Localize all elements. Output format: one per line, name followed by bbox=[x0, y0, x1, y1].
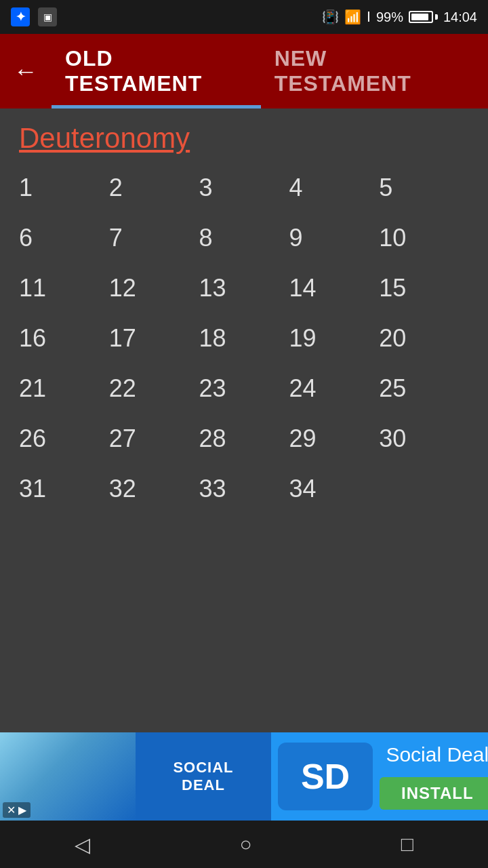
ad-right: Social Deal INSTALL bbox=[380, 743, 488, 810]
chapter-15[interactable]: 15 bbox=[379, 274, 469, 302]
chapter-29[interactable]: 29 bbox=[289, 425, 379, 453]
back-button[interactable]: ← bbox=[14, 59, 38, 83]
ad-sd-logo: SD bbox=[278, 743, 373, 810]
battery-icon bbox=[409, 11, 438, 23]
header: ← OLD TESTAMENT NEW TESTAMENT bbox=[0, 34, 488, 108]
chapter-25[interactable]: 25 bbox=[379, 374, 469, 403]
chapter-11[interactable]: 11 bbox=[19, 274, 109, 302]
chapter-10[interactable]: 10 bbox=[379, 224, 469, 252]
status-bar-left: ✦ ▣ bbox=[11, 7, 57, 26]
bottom-navigation: ◁ ○ □ bbox=[0, 821, 488, 868]
chapter-14[interactable]: 14 bbox=[289, 274, 379, 302]
chapter-9[interactable]: 9 bbox=[289, 224, 379, 252]
chapter-24[interactable]: 24 bbox=[289, 374, 379, 403]
tab-old-testament[interactable]: OLD TESTAMENT bbox=[52, 46, 261, 108]
vibrate-icon: 📳 bbox=[322, 9, 339, 25]
chapter-16[interactable]: 16 bbox=[19, 324, 109, 353]
chapter-19[interactable]: 19 bbox=[289, 324, 379, 353]
app-icon: ▣ bbox=[38, 7, 57, 26]
ad-image: ✕ ▶ bbox=[0, 732, 136, 821]
ad-deal-text: DEAL bbox=[182, 776, 225, 794]
time-display: 14:04 bbox=[443, 9, 477, 25]
tab-new-testament[interactable]: NEW TESTAMENT bbox=[261, 46, 474, 108]
ad-banner[interactable]: ✕ ▶ SOCIAL DEAL SD Social Deal INSTALL bbox=[0, 732, 488, 821]
ad-install-button[interactable]: INSTALL bbox=[380, 777, 488, 810]
chapter-26[interactable]: 26 bbox=[19, 425, 109, 453]
status-bar: ✦ ▣ 📳 📶 Ⅰ 99% 14:04 bbox=[0, 0, 488, 34]
chapter-18[interactable]: 18 bbox=[199, 324, 289, 353]
chapter-5[interactable]: 5 bbox=[379, 174, 469, 202]
chapter-12[interactable]: 12 bbox=[109, 274, 199, 302]
status-bar-right: 📳 📶 Ⅰ 99% 14:04 bbox=[322, 9, 477, 25]
chapter-30[interactable]: 30 bbox=[379, 425, 469, 453]
chapter-grid: 1234567891011121314151617181920212223242… bbox=[19, 174, 469, 503]
ad-sd-text: SD bbox=[301, 756, 350, 797]
chapter-21[interactable]: 21 bbox=[19, 374, 109, 403]
wifi-icon: 📶 bbox=[344, 9, 361, 25]
chapter-31[interactable]: 31 bbox=[19, 475, 109, 503]
nav-home-button[interactable]: ○ bbox=[219, 826, 272, 863]
chapter-22[interactable]: 22 bbox=[109, 374, 199, 403]
battery-percent: 99% bbox=[376, 9, 403, 25]
content-area: Deuteronomy 1234567891011121314151617181… bbox=[0, 108, 488, 787]
chapter-8[interactable]: 8 bbox=[199, 224, 289, 252]
chapter-28[interactable]: 28 bbox=[199, 425, 289, 453]
chapter-34[interactable]: 34 bbox=[289, 475, 379, 503]
chapter-27[interactable]: 27 bbox=[109, 425, 199, 453]
chapter-13[interactable]: 13 bbox=[199, 274, 289, 302]
chapter-3[interactable]: 3 bbox=[199, 174, 289, 202]
chapter-32[interactable]: 32 bbox=[109, 475, 199, 503]
book-title[interactable]: Deuteronomy bbox=[19, 122, 469, 155]
chapter-2[interactable]: 2 bbox=[109, 174, 199, 202]
signal-icon: Ⅰ bbox=[367, 9, 371, 25]
nav-back-button[interactable]: ◁ bbox=[54, 826, 110, 863]
chapter-17[interactable]: 17 bbox=[109, 324, 199, 353]
dropbox-icon: ✦ bbox=[11, 7, 30, 26]
tab-bar: OLD TESTAMENT NEW TESTAMENT bbox=[52, 34, 474, 108]
nav-recent-button[interactable]: □ bbox=[381, 826, 434, 863]
chapter-1[interactable]: 1 bbox=[19, 174, 109, 202]
chapter-33[interactable]: 33 bbox=[199, 475, 289, 503]
chapter-6[interactable]: 6 bbox=[19, 224, 109, 252]
ad-app-name: Social Deal bbox=[386, 743, 488, 766]
chapter-23[interactable]: 23 bbox=[199, 374, 289, 403]
ad-skip: ✕ ▶ bbox=[3, 802, 30, 818]
chapter-20[interactable]: 20 bbox=[379, 324, 469, 353]
ad-social-text: SOCIAL bbox=[173, 759, 233, 776]
chapter-4[interactable]: 4 bbox=[289, 174, 379, 202]
ad-logo-block: SOCIAL DEAL bbox=[136, 732, 271, 821]
chapter-7[interactable]: 7 bbox=[109, 224, 199, 252]
